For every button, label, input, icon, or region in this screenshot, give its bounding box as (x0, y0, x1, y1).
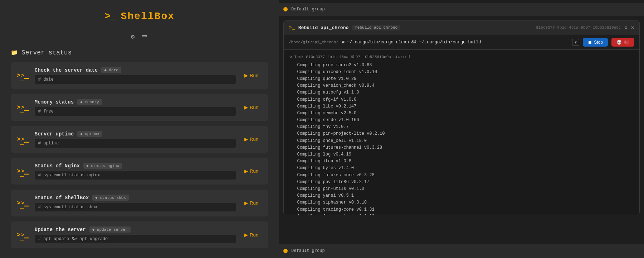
card-tag-update-server: ◆ update_server (89, 226, 131, 233)
stop-button[interactable]: ⏹ Stop (583, 38, 608, 47)
play-icon-status-nginx: ▶ (244, 168, 248, 174)
card-memory-status: > Memory status ◆ memory # free ▶ Run (11, 94, 268, 121)
card-header-check-server-date: Check the server date ◆ date (35, 67, 236, 73)
output-line: Compiling futures-core v0.3.28 (289, 172, 634, 179)
card-content-server-uptime: Server uptime ◆ uptime # uptime (35, 131, 236, 148)
card-title-update-server: Update the server (35, 227, 86, 233)
run-button-status-shellbox[interactable]: ▶ Run (240, 198, 263, 208)
top-bar-title: Default group (291, 7, 325, 12)
output-line: Compiling ppv-lite86 v0.2.17 (289, 179, 634, 186)
output-line: Compiling once_cell v1.18.0 (289, 138, 634, 144)
svg-text:>: > (21, 105, 24, 110)
card-title-status-nginx: Status of Nginx (35, 163, 80, 169)
card-content-status-shellbox: Status of ShellBox ◆ status_shbx # syste… (35, 195, 236, 211)
run-label-memory-status: Run (250, 105, 258, 110)
bottom-bar-dot (283, 249, 288, 253)
task-tag: rebuild_api_chrono (352, 25, 400, 30)
task-close-icon[interactable]: ✕ (631, 24, 634, 31)
run-label-status-nginx: Run (250, 168, 258, 174)
task-name: Rebuild api_chrono (298, 25, 348, 30)
card-tag-status-shellbox: ◆ status_shbx (92, 195, 129, 201)
card-tag-status-nginx: ◆ status_nginx (83, 163, 122, 169)
output-line: Compiling futures-channel v0.3.28 (289, 144, 634, 151)
right-top-bar: Default group (279, 3, 644, 16)
run-label-status-shellbox: Run (250, 200, 258, 206)
card-status-shellbox: > Status of ShellBox ◆ status_shbx # sys… (11, 190, 268, 216)
svg-text:>: > (21, 73, 24, 78)
output-line: Compiling futures-task v0.3.28 (289, 213, 634, 215)
app-logo-symbol: >_ (104, 11, 117, 22)
toolbar: ⚙ ⮕ (11, 33, 268, 40)
card-command-check-server-date: # date (35, 75, 236, 84)
svg-text:>: > (21, 200, 24, 206)
left-panel: >_ ShellBox ⚙ ⮕ 📁 Server status > Check … (0, 0, 279, 258)
play-icon-update-server: ▶ (244, 232, 248, 238)
card-header-server-uptime: Server uptime ◆ uptime (35, 131, 236, 137)
output-line: Compiling memchr v2.5.0 (289, 110, 634, 117)
card-check-server-date: > Check the server date ◆ date # date ▶ … (11, 62, 268, 89)
section-header: 📁 Server status (11, 49, 268, 56)
kill-button[interactable]: 💀 Kill (611, 38, 634, 47)
output-line: Compiling unicode-ident v1.0.10 (289, 69, 634, 76)
task-cwd: /home/git/api_chrono/ (289, 40, 338, 44)
card-header-memory-status: Memory status ◆ memory (35, 99, 236, 105)
card-command-update-server: # apt update && apt upgrade (35, 235, 236, 243)
play-icon-memory-status: ▶ (244, 105, 248, 110)
run-button-status-nginx[interactable]: ▶ Run (240, 166, 263, 176)
svg-text:>: > (21, 232, 24, 238)
settings-icon[interactable]: ⚙ (131, 33, 135, 40)
card-command-status-shellbox: # systemctl status shbx (35, 203, 236, 211)
output-line: Compiling libc v0.2.147 (289, 103, 634, 110)
task-header: >_ Rebuild api_chrono rebuild_api_chrono… (284, 20, 639, 35)
output-line: Compiling serde v1.0.166 (289, 117, 634, 124)
card-command-server-uptime: # uptime (35, 139, 236, 148)
card-title-status-shellbox: Status of ShellBox (35, 195, 89, 201)
card-header-update-server: Update the server ◆ update_server (35, 226, 236, 233)
right-bottom-bar: Default group (279, 244, 644, 258)
card-update-server: > Update the server ◆ update_server # ap… (11, 221, 268, 248)
output-line: Compiling cfg-if v1.0.0 (289, 96, 634, 103)
prompt-icon-update-server: > (16, 230, 30, 240)
svg-text:>: > (21, 137, 24, 142)
stop-label: Stop (594, 40, 603, 45)
card-command-status-nginx: # systemctl status nginx (35, 171, 236, 180)
run-label-update-server: Run (250, 232, 258, 238)
run-button-check-server-date[interactable]: ▶ Run (240, 71, 263, 80)
output-line: Compiling itoa v1.0.8 (289, 158, 634, 165)
card-content-memory-status: Memory status ◆ memory # free (35, 99, 236, 116)
card-tag-server-uptime: ◆ uptime (77, 131, 102, 137)
card-header-status-shellbox: Status of ShellBox ◆ status_shbx (35, 195, 236, 201)
output-line: Compiling tracing-core v0.1.31 (289, 206, 634, 213)
card-server-uptime: > Server uptime ◆ uptime # uptime ▶ Run (11, 126, 268, 153)
run-label-check-server-date: Run (250, 73, 258, 78)
card-title-server-uptime: Server uptime (35, 131, 74, 137)
card-content-status-nginx: Status of Nginx ◆ status_nginx # systemc… (35, 163, 236, 180)
card-header-status-nginx: Status of Nginx ◆ status_nginx (35, 163, 236, 169)
right-panel: Default group >_ Rebuild api_chrono rebu… (279, 0, 644, 258)
card-tag-check-server-date: ◆ date (101, 67, 121, 73)
output-line: Compiling quote v1.0.29 (289, 76, 634, 82)
logout-icon[interactable]: ⮕ (142, 33, 148, 40)
card-content-update-server: Update the server ◆ update_server # apt … (35, 226, 236, 243)
task-collapse-button[interactable]: ▾ (572, 39, 579, 46)
run-button-update-server[interactable]: ▶ Run (240, 230, 263, 240)
task-id: 810c3377-4b1c-46ca-9b97-10b525810e9c (536, 25, 621, 30)
app-title: ShellBox (121, 11, 175, 22)
run-button-memory-status[interactable]: ▶ Run (240, 102, 263, 112)
output-line: Compiling log v0.4.19 (289, 151, 634, 158)
card-title-memory-status: Memory status (35, 99, 74, 105)
output-line: Compiling yansi v0.5.1 (289, 192, 634, 199)
app-header: >_ ShellBox (11, 11, 268, 22)
task-output: ⚙ Task 810c3377-4b1c-46ca-9b97-10b525810… (284, 50, 639, 215)
kill-label: Kill (624, 40, 629, 45)
output-line: Compiling bytes v1.4.0 (289, 165, 634, 172)
output-line: Compiling pin-project-lite v0.2.10 (289, 130, 634, 137)
task-command-bar: /home/git/api_chrono/ # ~/.cargo/bin/car… (284, 35, 639, 50)
task-settings-icon[interactable]: ⚙ (625, 25, 628, 30)
output-line: Compiling autocfg v1.1.0 (289, 89, 634, 96)
card-tag-memory-status: ◆ memory (77, 99, 102, 105)
output-line: Compiling fnv v1.0.7 (289, 124, 634, 130)
play-icon-status-shellbox: ▶ (244, 200, 248, 206)
prompt-icon-server-uptime: > (16, 134, 30, 144)
run-button-server-uptime[interactable]: ▶ Run (240, 134, 263, 144)
